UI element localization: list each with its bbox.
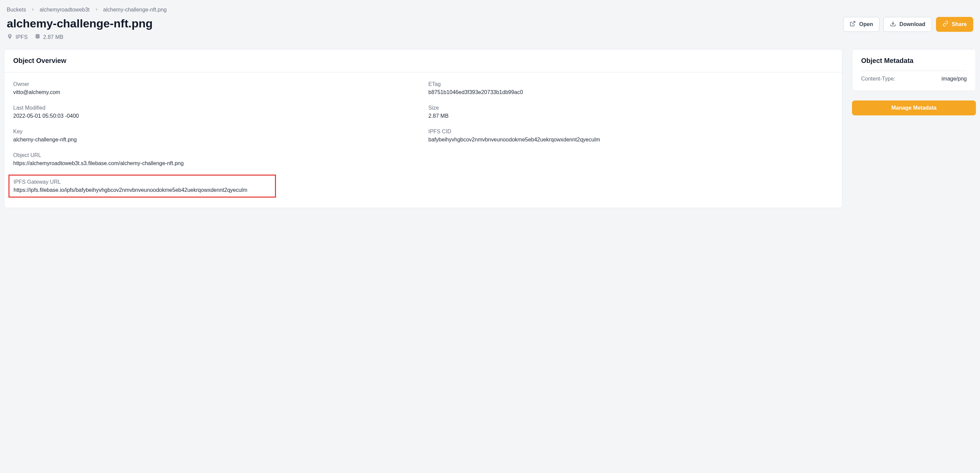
key-label: Key <box>13 129 418 135</box>
size-label: 2.87 MB <box>43 34 64 40</box>
share-button-label: Share <box>952 21 967 27</box>
breadcrumb: Buckets alchemyroadtoweb3t alchemy-chall… <box>7 7 973 13</box>
etag-field: ETag b8751b1046ed3f393e20733b1db99ac0 <box>428 81 834 95</box>
last-modified-field: Last Modified 2022-05-01 05:50:03 -0400 <box>13 105 418 119</box>
etag-label: ETag <box>428 81 834 87</box>
chevron-right-icon <box>94 7 99 13</box>
location-pin-icon <box>7 33 13 41</box>
meta-row: IPFS 2.87 MB <box>7 33 153 41</box>
breadcrumb-bucket[interactable]: alchemyroadtoweb3t <box>40 7 90 13</box>
breadcrumb-root[interactable]: Buckets <box>7 7 26 13</box>
download-icon <box>890 21 896 28</box>
content-region: Object Overview Owner vitto@alchemy.com … <box>0 49 980 218</box>
disk-stack-icon <box>35 33 41 41</box>
chevron-right-icon <box>31 7 35 13</box>
overview-header: Object Overview <box>5 49 842 72</box>
overview-heading: Object Overview <box>13 57 834 65</box>
object-url-label: Object URL <box>13 152 834 158</box>
owner-value: vitto@alchemy.com <box>13 89 418 95</box>
side-column: Object Metadata Content-Type: image/png … <box>852 49 976 115</box>
last-modified-label: Last Modified <box>13 105 418 111</box>
size-field: Size 2.87 MB <box>428 105 834 119</box>
metadata-heading: Object Metadata <box>861 57 967 65</box>
key-value: alchemy-challenge-nft.png <box>13 137 418 143</box>
size-field-label: Size <box>428 105 834 111</box>
owner-field: Owner vitto@alchemy.com <box>13 81 418 95</box>
object-metadata-card: Object Metadata Content-Type: image/png <box>852 49 976 91</box>
cid-field: IPFS CID bafybeihyvhgbcov2nmvbnveunoodok… <box>428 129 834 143</box>
breadcrumb-current: alchemy-challenge-nft.png <box>103 7 167 13</box>
external-link-icon <box>850 21 856 28</box>
last-modified-value: 2022-05-01 05:50:03 -0400 <box>13 113 418 119</box>
open-button-label: Open <box>859 21 873 27</box>
content-type-value: image/png <box>942 76 967 82</box>
size-field-value: 2.87 MB <box>428 113 834 119</box>
share-button[interactable]: Share <box>936 17 973 32</box>
content-type-label: Content-Type: <box>861 76 895 82</box>
header-region: Buckets alchemyroadtoweb3t alchemy-chall… <box>0 0 980 49</box>
key-field: Key alchemy-challenge-nft.png <box>13 129 418 143</box>
download-button[interactable]: Download <box>883 17 932 32</box>
object-url-field: Object URL https://alchemyroadtoweb3t.s3… <box>13 152 834 167</box>
page-title: alchemy-challenge-nft.png <box>7 17 153 30</box>
gateway-url-label: IPFS Gateway URL <box>14 179 271 185</box>
size-meta: 2.87 MB <box>35 33 64 41</box>
action-buttons: Open Download Share <box>843 17 973 32</box>
overview-body: Owner vitto@alchemy.com ETag b8751b1046e… <box>5 72 842 208</box>
open-button[interactable]: Open <box>843 17 880 32</box>
object-url-value: https://alchemyroadtoweb3t.s3.filebase.c… <box>13 160 834 167</box>
owner-label: Owner <box>13 81 418 87</box>
svg-line-1 <box>852 21 855 24</box>
overview-grid: Owner vitto@alchemy.com ETag b8751b1046e… <box>13 81 834 198</box>
title-block: alchemy-challenge-nft.png IPFS 2.87 MB <box>7 17 153 41</box>
title-row: alchemy-challenge-nft.png IPFS 2.87 MB <box>7 17 973 41</box>
gateway-url-field: IPFS Gateway URL https://ipfs.filebase.i… <box>8 175 276 198</box>
download-button-label: Download <box>899 21 925 27</box>
network-label: IPFS <box>16 34 28 40</box>
network-meta: IPFS <box>7 33 28 41</box>
cid-label: IPFS CID <box>428 129 834 135</box>
gateway-url-value: https://ipfs.filebase.io/ipfs/bafybeihyv… <box>14 187 271 193</box>
manage-metadata-label: Manage Metadata <box>891 105 936 111</box>
content-type-row: Content-Type: image/png <box>861 71 967 83</box>
manage-metadata-button[interactable]: Manage Metadata <box>852 100 976 115</box>
link-icon <box>942 21 948 28</box>
cid-value: bafybeihyvhgbcov2nmvbnveunoodokme5eb42ue… <box>428 137 834 143</box>
etag-value: b8751b1046ed3f393e20733b1db99ac0 <box>428 89 834 95</box>
object-overview-card: Object Overview Owner vitto@alchemy.com … <box>4 49 843 208</box>
